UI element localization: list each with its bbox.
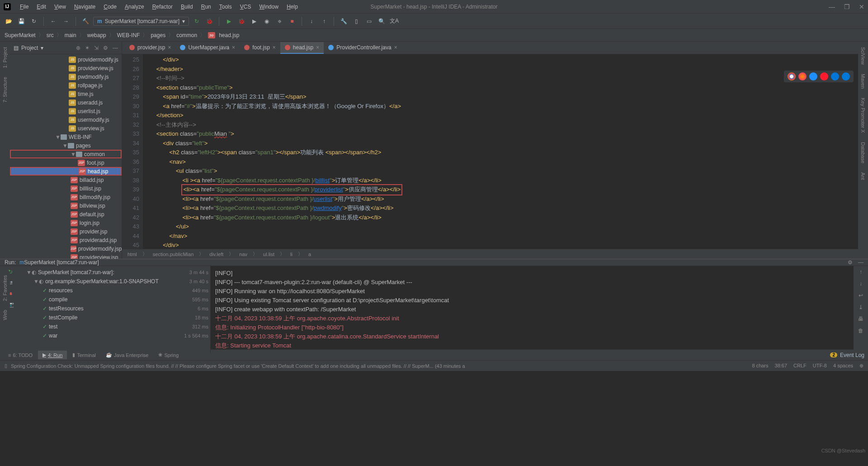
tree-item[interactable]: JSPprovider.jsp <box>10 227 122 236</box>
bottom-tab[interactable]: ▮Terminal <box>68 351 100 359</box>
struct-crumb[interactable]: li <box>290 252 292 257</box>
struct-crumb[interactable]: section.publicMian <box>153 252 194 257</box>
run-tree-item[interactable]: ✓testCompile18 ms <box>23 313 208 322</box>
run-hide-icon[interactable]: — <box>858 259 863 266</box>
menu-navigate[interactable]: Navigate <box>71 2 99 12</box>
tree-item[interactable]: JSPbilllist.jsp <box>10 184 122 193</box>
menu-view[interactable]: View <box>51 2 70 12</box>
tree-item[interactable]: ▼WEB-INF <box>10 133 122 141</box>
close-button[interactable]: ✕ <box>859 3 864 10</box>
side-tab[interactable]: Database <box>859 138 867 167</box>
status-item[interactable]: 4 spaces <box>833 363 853 369</box>
run-tree[interactable]: ▼◐SuperMarket [tomcat7:run-war]:3 m 44 s… <box>21 266 211 353</box>
print-icon[interactable]: 🖶 <box>858 316 863 322</box>
tree-item[interactable]: JSPprovidermodify.jsp <box>10 244 122 253</box>
tree-item[interactable]: JSPlogin.jsp <box>10 219 122 227</box>
tree-item[interactable]: JSuseradd.js <box>10 98 122 107</box>
expand-icon[interactable]: ✶ <box>85 45 90 51</box>
settings-icon[interactable]: 🔧 <box>339 16 349 26</box>
menu-file[interactable]: File <box>16 2 32 12</box>
attach-icon[interactable]: ⎆ <box>274 16 284 26</box>
save-icon[interactable]: 💾 <box>16 16 26 26</box>
scroll-up-icon[interactable]: ↑ <box>859 269 862 275</box>
build-icon[interactable]: 🔨 <box>80 16 90 26</box>
tree-item[interactable]: JSuserview.js <box>10 124 122 133</box>
side-tab[interactable]: Maven <box>859 70 867 92</box>
bottom-tab[interactable]: ❀Spring <box>154 351 183 359</box>
side-tab[interactable]: SciView <box>859 43 867 68</box>
run-icon[interactable]: ↻ <box>192 16 202 26</box>
struct-crumb[interactable]: ul.list <box>263 252 274 257</box>
menu-window[interactable]: Window <box>255 2 282 12</box>
run-tree-item[interactable]: ✓resources449 ms <box>23 286 208 295</box>
run-console[interactable]: [INFO][INFO] --- tomcat7-maven-plugin:2.… <box>211 266 854 353</box>
tree-item[interactable]: JSusermodify.js <box>10 115 122 124</box>
maximize-button[interactable]: ❐ <box>844 3 850 10</box>
tree-item[interactable]: JSPbillview.jsp <box>10 201 122 210</box>
menu-analyze[interactable]: Analyze <box>121 2 148 12</box>
menu-edit[interactable]: Edit <box>33 2 50 12</box>
tree-item[interactable]: JSPdefault.jsp <box>10 210 122 219</box>
editor-tab[interactable]: provider.jsp× <box>125 42 175 54</box>
tree-item[interactable]: JSpwdmodify.js <box>10 72 122 81</box>
breadcrumb-item[interactable]: common <box>176 32 197 38</box>
run-tree-item[interactable]: ✓testResources6 ms <box>23 304 208 313</box>
editor-tab[interactable]: foot.jsp× <box>240 42 280 54</box>
collapse-icon[interactable]: ⇲ <box>94 45 99 51</box>
close-tab-icon[interactable]: × <box>232 44 235 51</box>
tree-item[interactable]: JSPbilladd.jsp <box>10 176 122 184</box>
breadcrumb-item[interactable]: main <box>65 32 76 38</box>
breadcrumb-item[interactable]: webapp <box>87 32 106 38</box>
firefox-icon[interactable] <box>798 72 807 81</box>
ie-icon[interactable] <box>831 72 839 81</box>
struct-crumb[interactable]: nav <box>239 252 247 257</box>
menu-tools[interactable]: Tools <box>216 2 236 12</box>
event-log-tab[interactable]: Event Log <box>840 352 864 358</box>
menu-refactor[interactable]: Refactor <box>149 2 176 12</box>
safari-icon[interactable] <box>809 72 817 81</box>
search-icon[interactable]: 🔍 <box>377 16 387 26</box>
structure-icon[interactable]: ▯ <box>351 16 361 26</box>
scroll-down-icon[interactable]: ↓ <box>859 281 862 287</box>
run-tree-item[interactable]: ✓war1 s 564 ms <box>23 331 208 340</box>
run-tree-item[interactable]: ✓test312 ms <box>23 322 208 331</box>
debug2-icon[interactable]: 🐞 <box>236 16 246 26</box>
refresh-icon[interactable]: ↻ <box>29 16 39 26</box>
menu-code[interactable]: Code <box>100 2 120 12</box>
close-tab-icon[interactable]: × <box>168 44 171 51</box>
tree-item[interactable]: JSPhead.jsp <box>10 167 122 176</box>
editor-tab[interactable]: ProviderController.java× <box>324 42 401 54</box>
code-content[interactable]: </div> </header> <!--时间--> <section clas… <box>143 54 868 249</box>
struct-crumb[interactable]: a <box>308 252 311 257</box>
hide-icon[interactable]: — <box>113 45 118 51</box>
panel-settings-icon[interactable]: ⚙ <box>103 45 108 51</box>
status-item[interactable]: ⊕ <box>859 363 863 369</box>
breadcrumb-item[interactable]: SuperMarket <box>5 32 36 38</box>
editor-tab[interactable]: head.jsp× <box>280 42 324 54</box>
translate-icon[interactable]: 文A <box>389 16 399 26</box>
menu-build[interactable]: Build <box>177 2 197 12</box>
scroll-end-icon[interactable]: ⤓ <box>859 304 863 310</box>
tree-item[interactable]: JStime.js <box>10 90 122 98</box>
side-tab[interactable]: Web <box>1 306 9 323</box>
run-tree-item[interactable]: ▼◐org.example:SuperMarket:war:1.0-SNAPSH… <box>23 277 208 286</box>
tree-item[interactable]: JSPproviderview.jsp <box>10 253 122 259</box>
status-item[interactable]: CRLF <box>793 363 807 369</box>
menu-vcs[interactable]: VCS <box>236 2 255 12</box>
tree-item[interactable]: JSPprovideradd.jsp <box>10 236 122 244</box>
side-tab[interactable]: 7: Structure <box>1 73 9 106</box>
tree-item[interactable]: JSuserlist.js <box>10 107 122 115</box>
back-icon[interactable]: ← <box>48 16 58 26</box>
tree-item[interactable]: JSrollpage.js <box>10 81 122 90</box>
project-tree[interactable]: JSprovidermodify.jsJSproviderview.jsJSpw… <box>10 54 122 259</box>
tree-item[interactable]: ▼pages <box>10 141 122 150</box>
close-tab-icon[interactable]: × <box>273 44 276 51</box>
code-area[interactable]: 2526272829303132333435363738394041424344… <box>122 54 868 249</box>
bottom-tab[interactable]: ▶4: Run <box>38 351 67 359</box>
play-icon[interactable]: ▶ <box>224 16 234 26</box>
breadcrumb-item[interactable]: jsphead.jsp <box>208 32 239 38</box>
status-item[interactable]: 8 chars <box>752 363 768 369</box>
breadcrumb-item[interactable]: WEB-INF <box>117 32 140 38</box>
tree-item[interactable]: JSPfoot.jsp <box>10 158 122 167</box>
close-tab-icon[interactable]: × <box>316 44 319 51</box>
